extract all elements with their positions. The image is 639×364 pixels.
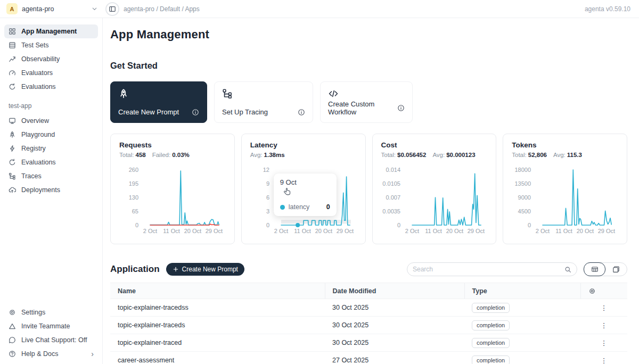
info-icon[interactable]: [298, 109, 305, 116]
chart-stat: Failed:0.03%: [152, 152, 190, 158]
table-row[interactable]: topic-explainer-tracedss30 Oct 2025compl…: [110, 299, 627, 317]
chevron-down-icon: [91, 5, 98, 12]
chart-tooltip: 9 Octlatency0: [274, 173, 337, 216]
row-actions-kebab-icon[interactable]: ⋮: [580, 299, 627, 317]
get-started-card-set-up-tracing[interactable]: Set Up Tracing: [214, 81, 313, 123]
metric-charts: RequestsTotal:458Failed:0.03%06513019526…: [110, 134, 627, 244]
svg-text:13500: 13500: [515, 180, 531, 187]
svg-text:2 Oct: 2 Oct: [274, 228, 288, 234]
app-name-cell: topic-explainer-traced: [110, 334, 325, 352]
chart-stat: Total:458: [119, 152, 146, 158]
sidebar-item-observability[interactable]: Observability: [4, 52, 98, 66]
svg-text:29 Oct: 29 Oct: [598, 228, 615, 234]
sidebar-app-item-evaluations[interactable]: Evaluations: [4, 155, 98, 169]
card-view-button[interactable]: [605, 263, 627, 276]
table-row[interactable]: topic-explainer-traceds30 Oct 2025comple…: [110, 317, 627, 334]
get-started-card-create-custom-workflow[interactable]: Create Custom Workflow: [320, 81, 413, 123]
sidebar-footer-item-live-chat-support-off[interactable]: Live Chat Support: Off: [4, 333, 98, 347]
top-bar: A agenta-pro agenta-pro / Default / Apps…: [0, 0, 639, 18]
svg-text:12: 12: [263, 167, 269, 173]
svg-text:2 Oct: 2 Oct: [143, 228, 157, 234]
monitor-icon: [9, 117, 16, 125]
gauge-icon: [9, 69, 16, 77]
workspace-avatar: A: [6, 3, 18, 14]
rocket-icon: [9, 131, 16, 138]
svg-text:20 Oct: 20 Oct: [577, 228, 594, 234]
sidebar-item-evaluations[interactable]: Evaluations: [4, 80, 98, 94]
svg-text:0: 0: [397, 222, 400, 228]
sidebar-item-evaluators[interactable]: Evaluators: [4, 66, 98, 80]
table-settings-gear-icon[interactable]: [580, 283, 627, 299]
row-actions-kebab-icon[interactable]: ⋮: [580, 352, 627, 364]
breadcrumb[interactable]: agenta-pro / Default / Apps: [124, 5, 200, 13]
search-icon[interactable]: [564, 266, 571, 273]
svg-text:2 Oct: 2 Oct: [405, 228, 419, 234]
chart-stat: Total:$0.056452: [381, 152, 427, 158]
create-new-prompt-button[interactable]: Create New Prompt: [166, 263, 244, 276]
svg-text:20 Oct: 20 Oct: [446, 228, 463, 234]
sidebar-app-item-traces[interactable]: Traces: [4, 169, 98, 183]
search-input[interactable]: [413, 266, 560, 273]
chart-line-icon: [9, 55, 16, 63]
svg-text:195: 195: [129, 180, 138, 187]
applications-table: NameDate ModifiedType topic-explainer-tr…: [110, 283, 627, 364]
chart-plot-tokens[interactable]: 04500900013500180002 Oct11 Oct20 Oct29 O…: [503, 161, 619, 242]
sidebar-item-label: Traces: [21, 172, 42, 180]
sidebar-app-item-overview[interactable]: Overview: [4, 114, 98, 128]
table-view-icon: [591, 266, 599, 273]
chart-stat: Avg:$0.000123: [432, 152, 475, 158]
sidebar-item-label: Invite Teammate: [21, 322, 70, 330]
table-row[interactable]: topic-explainer-traced30 Oct 2025complet…: [110, 334, 627, 352]
svg-text:0.007: 0.007: [386, 194, 400, 201]
search-box: [407, 262, 577, 276]
sidebar-app-item-deployments[interactable]: Deployments: [4, 183, 98, 197]
date-modified-cell: 27 Oct 2025: [325, 352, 464, 364]
card-view-icon: [612, 266, 620, 273]
sidebar-footer-item-invite-teammate[interactable]: Invite Teammate: [4, 319, 98, 333]
type-badge: completion: [472, 320, 510, 330]
svg-text:11 Oct: 11 Oct: [294, 228, 311, 234]
chart-plot-requests[interactable]: 0651301952602 Oct11 Oct20 Oct29 Oct: [111, 161, 227, 242]
svg-text:2 Oct: 2 Oct: [536, 228, 550, 234]
workspace-selector[interactable]: A agenta-pro: [6, 3, 98, 14]
chart-title: Latency: [250, 141, 357, 149]
code-icon: [328, 88, 339, 99]
sidebar-item-label: Observability: [21, 55, 60, 63]
svg-text:0: 0: [528, 222, 531, 228]
sidebar-item-label: Overview: [21, 117, 49, 125]
get-started-card-label: Create Custom Workflow: [328, 100, 397, 116]
sidebar-app-item-playground[interactable]: Playground: [4, 128, 98, 142]
sidebar-app-item-registry[interactable]: Registry: [4, 142, 98, 155]
column-header-name: Name: [110, 283, 325, 299]
app-name-cell: topic-explainer-tracedss: [110, 299, 325, 317]
sidebar-footer-item-settings[interactable]: Settings: [4, 305, 98, 319]
svg-text:0: 0: [266, 222, 269, 228]
svg-text:29 Oct: 29 Oct: [336, 228, 353, 234]
row-actions-kebab-icon[interactable]: ⋮: [580, 317, 627, 334]
info-icon[interactable]: [192, 109, 199, 116]
sidebar-item-app-management[interactable]: App Management: [4, 24, 98, 38]
column-header-type: Type: [464, 283, 580, 299]
chart-stat: Total:52,806: [512, 152, 547, 158]
table-icon: [9, 42, 16, 49]
sidebar-item-label: Deployments: [21, 186, 60, 194]
help-icon: [9, 350, 16, 358]
svg-text:20 Oct: 20 Oct: [315, 228, 332, 234]
plus-icon: [173, 266, 179, 272]
chart-plot-cost[interactable]: 00.00350.0070.01050.0142 Oct11 Oct20 Oct…: [373, 161, 489, 242]
sidebar-item-label: Settings: [21, 309, 45, 316]
sidebar-toggle-button[interactable]: [105, 2, 119, 16]
get-started-card-create-new-prompt[interactable]: Create New Prompt: [110, 81, 207, 123]
svg-text:29 Oct: 29 Oct: [206, 228, 223, 234]
table-row[interactable]: career-assessment27 Oct 2025completion⋮: [110, 352, 627, 364]
sidebar-item-label: Help & Docs: [21, 350, 58, 358]
chart-title: Cost: [381, 141, 488, 149]
svg-text:0.014: 0.014: [386, 167, 400, 173]
sidebar-item-label: Live Chat Support: Off: [21, 336, 87, 344]
chart-card-latency: LatencyAvg:1.38ms0369122 Oct11 Oct20 Oct…: [241, 134, 366, 244]
row-actions-kebab-icon[interactable]: ⋮: [580, 334, 627, 352]
sidebar-footer-item-help-docs[interactable]: Help & Docs›: [4, 347, 98, 361]
sidebar-item-test-sets[interactable]: Test Sets: [4, 38, 98, 52]
info-icon[interactable]: [397, 104, 405, 112]
table-view-button[interactable]: [584, 262, 605, 276]
